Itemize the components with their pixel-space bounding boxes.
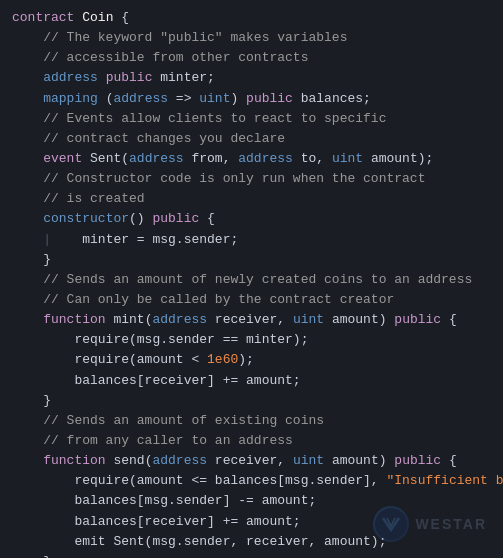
code-line: // Sends an amount of newly created coin…: [12, 270, 491, 290]
code-token: constructor: [43, 211, 129, 226]
code-line: // Can only be called by the contract cr…: [12, 290, 491, 310]
code-token: function: [43, 453, 105, 468]
code-line: require(msg.sender == minter);: [12, 330, 491, 350]
code-token: {: [441, 312, 457, 327]
code-line: // from any caller to an address: [12, 431, 491, 451]
code-line: // accessible from other contracts: [12, 48, 491, 68]
code-token: address: [43, 70, 98, 85]
code-token: balances;: [293, 91, 371, 106]
code-token: balances[msg.sender] -= amount;: [12, 493, 316, 508]
code-token: address: [129, 151, 184, 166]
code-token: // from any caller to an address: [12, 433, 293, 448]
code-token: [12, 211, 43, 226]
watermark-text: WESTAR: [415, 513, 487, 535]
watermark: WESTAR: [373, 506, 487, 542]
code-token: uint: [199, 91, 230, 106]
code-line: mapping (address => uint) public balance…: [12, 89, 491, 109]
code-token: {: [199, 211, 215, 226]
code-token: // contract changes you declare: [12, 131, 285, 146]
code-token: [12, 91, 43, 106]
code-token: amount): [324, 312, 394, 327]
code-token: minter;: [152, 70, 214, 85]
code-line: | minter = msg.sender;: [12, 230, 491, 250]
code-line: // is created: [12, 189, 491, 209]
code-token: =>: [168, 91, 199, 106]
code-token: {: [441, 453, 457, 468]
code-token: [12, 453, 43, 468]
code-token: Sent(: [82, 151, 129, 166]
code-token: require(msg.sender == minter);: [12, 332, 308, 347]
code-token: |: [43, 232, 59, 247]
code-line: }: [12, 250, 491, 270]
code-token: (): [129, 211, 152, 226]
code-token: contract: [12, 10, 74, 25]
code-token: address: [238, 151, 293, 166]
code-token: uint: [293, 312, 324, 327]
code-token: [12, 70, 43, 85]
code-editor: contract Coin { // The keyword "public" …: [0, 0, 503, 558]
code-token: emit Sent(msg.sender, receiver, amount);: [12, 534, 386, 549]
code-line: // Constructor code is only run when the…: [12, 169, 491, 189]
code-token: public: [394, 453, 441, 468]
code-token: from,: [184, 151, 239, 166]
code-token: ): [230, 91, 246, 106]
code-token: [98, 70, 106, 85]
code-token: // Sends an amount of newly created coin…: [12, 272, 472, 287]
code-token: require(amount <= balances[msg.sender],: [12, 473, 386, 488]
code-line: address public minter;: [12, 68, 491, 88]
code-token: to,: [293, 151, 332, 166]
code-token: event: [43, 151, 82, 166]
code-token: balances[receiver] += amount;: [12, 373, 301, 388]
code-token: Coin: [82, 10, 113, 25]
code-token: send(: [106, 453, 153, 468]
code-token: (: [98, 91, 114, 106]
code-token: // Events allow clients to react to spec…: [12, 111, 386, 126]
code-token: public: [394, 312, 441, 327]
code-token: }: [12, 393, 51, 408]
code-token: public: [106, 70, 153, 85]
code-token: {: [113, 10, 129, 25]
code-token: }: [12, 554, 51, 558]
code-token: function: [43, 312, 105, 327]
code-token: amount);: [363, 151, 433, 166]
code-line: function send(address receiver, uint amo…: [12, 451, 491, 471]
svg-point-0: [375, 508, 407, 540]
code-content: contract Coin { // The keyword "public" …: [0, 8, 503, 558]
code-token: // accessible from other contracts: [12, 50, 308, 65]
code-line: // The keyword "public" makes variables: [12, 28, 491, 48]
code-token: balances[receiver] += amount;: [12, 514, 301, 529]
code-line: }: [12, 391, 491, 411]
code-line: // contract changes you declare: [12, 129, 491, 149]
code-line: contract Coin {: [12, 8, 491, 28]
code-line: function mint(address receiver, uint amo…: [12, 310, 491, 330]
watermark-logo: [373, 506, 409, 542]
code-line: }: [12, 552, 491, 558]
code-token: // Can only be called by the contract cr…: [12, 292, 394, 307]
code-line: event Sent(address from, address to, uin…: [12, 149, 491, 169]
code-token: public: [246, 91, 293, 106]
code-token: uint: [332, 151, 363, 166]
code-line: constructor() public {: [12, 209, 491, 229]
code-token: address: [113, 91, 168, 106]
code-line: require(amount < 1e60);: [12, 350, 491, 370]
code-token: mint(: [106, 312, 153, 327]
code-token: [12, 232, 43, 247]
code-token: 1e60: [207, 352, 238, 367]
code-token: // Sends an amount of existing coins: [12, 413, 324, 428]
code-token: );: [238, 352, 254, 367]
code-token: amount): [324, 453, 394, 468]
code-token: public: [152, 211, 199, 226]
code-token: address: [152, 312, 207, 327]
code-line: balances[receiver] += amount;: [12, 371, 491, 391]
code-token: [12, 151, 43, 166]
code-token: mapping: [43, 91, 98, 106]
code-token: // The keyword "public" makes variables: [12, 30, 347, 45]
code-token: receiver,: [207, 312, 293, 327]
code-line: // Sends an amount of existing coins: [12, 411, 491, 431]
code-token: // is created: [12, 191, 145, 206]
code-token: uint: [293, 453, 324, 468]
code-line: require(amount <= balances[msg.sender], …: [12, 471, 491, 491]
code-token: [12, 312, 43, 327]
code-token: minter = msg.sender;: [59, 232, 238, 247]
code-token: require(amount <: [12, 352, 207, 367]
